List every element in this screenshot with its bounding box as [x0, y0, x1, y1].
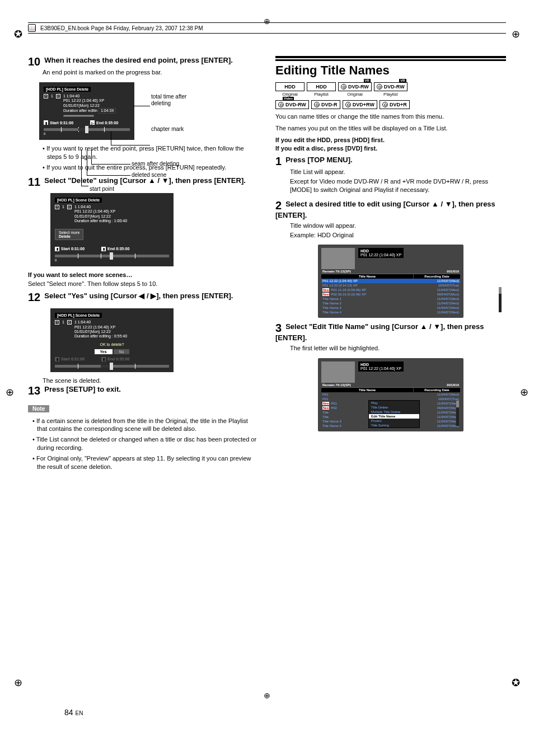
step-number: 12 [28, 292, 40, 303]
bullet-text: • If you want to reset the end point, pr… [43, 144, 259, 161]
end-marker-icon: ▷ [90, 120, 95, 125]
body-text: Select "Select more". Then follow steps … [28, 280, 259, 288]
start-marker-icon: ▮ [44, 120, 48, 125]
table-row[interactable]: P01 12:22 (1:04:40) XP11/04/07(Wed) [321, 279, 460, 283]
step-heading: Select "Yes" using [Cursor ◀ / ▶], then … [44, 292, 233, 300]
crop-mark-icon: ⊕ [512, 28, 520, 40]
title-list-screen: HDDP01 12:22 (1:04:40) XP Remain 76:13(S… [318, 245, 463, 318]
intro-text: You can name titles or change the title … [275, 112, 506, 121]
context-menu-item[interactable]: Title Delete [369, 405, 419, 410]
chapter-icon: C [67, 205, 72, 209]
table-row[interactable]: P0111/04/07(Wed) [321, 392, 460, 397]
title-list-context-screen: HDDP01 12:22 (1:04:40) XP Remain 76:13(S… [318, 358, 463, 431]
table-row[interactable]: Title Name 211/04/07(Wed) [321, 301, 460, 306]
step-number: 13 [28, 385, 40, 396]
chapter-icon: C [56, 94, 60, 98]
note-label: Note [28, 405, 49, 412]
crop-mark-icon: ⊕ [6, 386, 14, 398]
crop-mark-icon: ✪ [512, 677, 520, 689]
osd-start-time: Start 0:31:00 [50, 121, 73, 125]
scrollbar[interactable] [499, 287, 502, 312]
table-row[interactable]: NewP01 11:18 (0:06:06) SP11/04/07(Wed) [321, 288, 460, 292]
callout-seam: seam after deleting [132, 161, 179, 167]
step-number: 10 [28, 56, 40, 67]
step-number: 3 [275, 322, 282, 334]
scrollbar[interactable] [456, 401, 459, 426]
crop-mark-icon: ⊕ [520, 386, 528, 398]
end-marker-icon: ▮ [101, 247, 106, 251]
media-badge: HDDPlaylist [307, 82, 336, 97]
step-heading: Press [SETUP] to exit. [44, 385, 121, 393]
step-heading: Press [TOP MENU]. [285, 156, 352, 164]
media-badge: DVD-R [311, 100, 340, 109]
table-row[interactable]: Title Name 411/04/07(Wed) [321, 310, 460, 314]
table-row[interactable]: NewP02 06:19 (0:22:46) XP09/04/07(Mon) [321, 292, 460, 297]
title-icon: T [55, 320, 59, 325]
table-row[interactable]: Title Name 111/04/07(Wed) [321, 297, 460, 301]
osd-line: 1 1:04:40 [63, 94, 116, 98]
menu-item-selected: Delete [59, 234, 79, 238]
step-3: 3 Select "Edit Title Name" using [Cursor… [275, 322, 506, 353]
yes-button[interactable]: Yes [95, 349, 113, 354]
context-menu-item[interactable]: Play [369, 401, 419, 405]
note-bullet: • Title List cannot be deleted or change… [32, 435, 259, 452]
osd-line: 01/01/07(Mon) 12:22 [63, 104, 116, 108]
crop-mark-icon: ⊕ [264, 17, 270, 26]
end-marker-icon: ▮ [101, 357, 106, 361]
callout-deleted: deleted scene [132, 172, 166, 179]
context-menu-item[interactable]: Title Sorting [369, 423, 419, 428]
chapter-icon: C [67, 320, 72, 325]
step-number: 2 [275, 200, 282, 211]
media-badges-row: VideoDVD-RWDVD-RDVD+RWDVD+R [275, 100, 506, 109]
callout-chapter-mark: chapter mark [151, 126, 184, 133]
step-10: 10 When it reaches the desired end point… [28, 56, 259, 77]
body-text: The scene is deleted. [43, 377, 259, 385]
step-heading: Select "Edit Title Name" using [Cursor ▲… [275, 322, 484, 342]
table-row[interactable]: P01 12:22 (0:14:13) XP10/04/07(Tue) [321, 283, 460, 288]
table-row[interactable]: Title Name 311/04/07(Wed) [321, 306, 460, 310]
media-badge: VRDVD-RWPlaylist [374, 82, 407, 97]
section-title: Editing Title Names [275, 59, 506, 78]
osd-line: Duration after editin [63, 109, 97, 112]
osd-panel-title: [HDD PL] Scene Delete [55, 198, 102, 203]
crop-mark-icon: ⊕ [14, 677, 22, 689]
note-bullet: • For Original only, "Preview" appears a… [32, 454, 259, 471]
no-button[interactable]: No [114, 349, 130, 354]
step-heading: Select a desired title to edit using [Cu… [275, 200, 495, 219]
context-menu-item[interactable]: Protect [369, 419, 419, 423]
menu-item: Select more [59, 231, 79, 234]
step-number: 1 [275, 156, 282, 167]
step-12: 12 Select "Yes" using [Cursor ◀ / ▶], th… [28, 292, 259, 303]
start-marker-icon: ▮ [55, 247, 59, 251]
step-13: 13 Press [SETUP] to exit. [28, 385, 259, 396]
osd-end-time: End 0:35:00 [96, 121, 118, 125]
instruction-bold: If you edit the HDD, press [HDD] first. [275, 136, 506, 144]
callout-start-point: start point [90, 186, 114, 192]
note-bullet: • If a certain scene is deleted from the… [32, 417, 259, 434]
media-badge: VideoDVD-RW [275, 100, 309, 109]
context-menu-item[interactable]: Multiple Title Delete [369, 410, 419, 414]
context-menu-item[interactable]: Edit Title Name [369, 414, 419, 419]
osd-panel-title: [HDD PL] Scene Delete [44, 87, 91, 92]
step-body: An end point is marked on the progress b… [43, 68, 259, 77]
confirm-prompt: OK to delete? [55, 342, 169, 346]
media-badge: HDDOriginal [275, 82, 305, 97]
duration-box: 1:04:39 [99, 108, 116, 114]
book-icon: 📖 [28, 24, 36, 32]
title-icon: T [44, 94, 48, 98]
instruction-bold: If you edit a disc, press [DVD] first. [275, 144, 506, 153]
doc-header-text: E3B90ED_EN.book Page 84 Friday, February… [40, 25, 203, 31]
thumbnail-icon [321, 248, 355, 269]
step-number: 11 [28, 176, 40, 187]
osd-line: P01 12:22 (1:04:40) XP [63, 98, 116, 103]
thumbnail-icon [321, 361, 355, 383]
step-heading: When it reaches the desired end point, p… [44, 56, 233, 64]
media-badge: DVD+RW [343, 100, 377, 109]
media-badge: VRDVD-RWOriginal [338, 82, 372, 97]
osd-panel-title: [HDD PL] Scene Delete [55, 313, 102, 318]
title-icon: T [55, 205, 59, 209]
callout-total-time: total time after deleting [151, 93, 207, 107]
step-2: 2 Select a desired title to edit using [… [275, 200, 506, 240]
start-marker-icon: ▮ [55, 357, 59, 361]
scene-delete-diagram: [HDD PL] Scene Delete T 1 C 1 1:04:40 P0… [39, 82, 207, 140]
